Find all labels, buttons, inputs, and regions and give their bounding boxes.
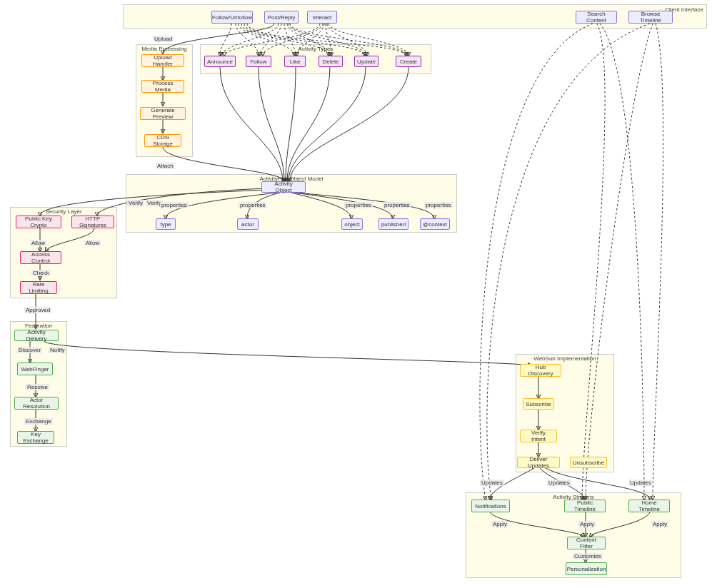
node-delete[interactable]: Delete xyxy=(319,56,343,67)
node-published: published xyxy=(378,218,408,230)
node-type: type xyxy=(156,218,176,230)
node-http-signatures[interactable]: HTTP Signatures xyxy=(71,216,114,228)
group-label-media: Media Processing xyxy=(141,46,187,52)
group-client-interface: Client Interface xyxy=(123,4,707,29)
group-label-federation: Federation xyxy=(25,323,52,329)
edge-label-prop2: properties xyxy=(239,202,267,208)
node-activity-object[interactable]: Activity Object xyxy=(261,181,306,193)
node-create[interactable]: Create xyxy=(396,56,421,67)
node-browse-timeline[interactable]: Browse Timeline xyxy=(628,11,673,24)
node-deliver-updates[interactable]: Deliver Updates xyxy=(517,457,560,468)
edge-label-verify1: Verify xyxy=(127,200,144,206)
edge-label-apply1: Apply xyxy=(491,521,508,527)
edge-label-prop4: properties xyxy=(383,202,411,208)
edge-label-exchange: Exchange xyxy=(24,418,53,425)
node-upload-handler[interactable]: Upload Handler xyxy=(141,54,184,67)
node-announce[interactable]: Announce xyxy=(204,56,236,67)
node-unsubscribe[interactable]: Unsubscribe xyxy=(570,457,607,468)
node-key-exchange[interactable]: Key Exchange xyxy=(17,431,54,444)
edge-label-approved: Approved xyxy=(24,307,51,313)
node-update[interactable]: Update xyxy=(354,56,378,67)
node-object: object xyxy=(341,218,363,230)
edge-label-prop5: properties xyxy=(424,202,453,208)
node-actor-resolution[interactable]: Actor Resolution xyxy=(14,397,59,410)
edge-label-customize: Customize xyxy=(573,553,603,559)
node-subscribe[interactable]: Subscribe xyxy=(523,398,554,410)
node-generate-preview[interactable]: Generate Preview xyxy=(140,107,186,120)
node-home-timeline[interactable]: Home Timeline xyxy=(628,500,670,512)
group-label-websub: WebSub Implementation xyxy=(533,355,596,362)
edge-label-updates1: Updates xyxy=(480,480,504,486)
edge-label-upload: Upload xyxy=(153,36,174,42)
node-cdn-storage[interactable]: CDN Storage xyxy=(144,134,181,147)
edge-label-prop1: properties xyxy=(160,202,189,208)
edge-label-attach: Attach xyxy=(156,163,175,169)
edge-label-check: Check xyxy=(31,270,51,276)
node-follow[interactable]: Follow xyxy=(246,56,271,67)
node-public-timeline[interactable]: Public Timeline xyxy=(564,500,606,512)
edge-label-apply2: Apply xyxy=(578,521,596,527)
node-context: @context xyxy=(420,218,450,230)
edge-label-allow1: Allow xyxy=(30,240,46,246)
node-actor: actor xyxy=(237,218,259,230)
node-public-key-crypto[interactable]: Public Key Crypto xyxy=(16,216,61,228)
node-personalization[interactable]: Personalization xyxy=(566,562,607,575)
node-activity-delivery[interactable]: Activity Delivery xyxy=(14,330,59,341)
group-label-security: Security Layer xyxy=(45,208,81,215)
node-search-content[interactable]: Search Content xyxy=(576,11,617,24)
node-follow-unfollow[interactable]: Follow/Unfollow xyxy=(211,11,253,24)
edge-label-updates3: Updates xyxy=(628,480,653,486)
node-access-control[interactable]: Access Control xyxy=(20,251,61,264)
edge-label-resolve: Resolve xyxy=(26,384,49,390)
edge-label-prop3: properties xyxy=(344,202,373,208)
node-process-media[interactable]: Process Media xyxy=(141,80,184,93)
node-like[interactable]: Like xyxy=(284,56,306,67)
edge-label-allow2: Allow xyxy=(84,240,101,246)
edge-label-updates2: Updates xyxy=(547,480,571,486)
node-post-reply[interactable]: Post/Reply xyxy=(264,11,299,24)
node-content-filter[interactable]: Content Filter xyxy=(567,537,606,549)
node-rate-limiting[interactable]: Rate Limiting xyxy=(20,281,57,294)
node-verify-intent[interactable]: Verify Intent xyxy=(520,430,557,442)
node-notifications[interactable]: Notifications xyxy=(471,500,510,512)
edge-label-notify: Notify xyxy=(49,347,66,353)
group-label-types: Activity Types xyxy=(299,46,334,52)
node-interact[interactable]: Interact xyxy=(307,11,337,24)
node-hub-discovery[interactable]: Hub Discovery xyxy=(520,364,561,377)
node-webfinger[interactable]: WebFinger xyxy=(17,363,53,375)
edge-label-apply3: Apply xyxy=(651,521,668,527)
edge-label-discover: Discover xyxy=(17,347,42,353)
